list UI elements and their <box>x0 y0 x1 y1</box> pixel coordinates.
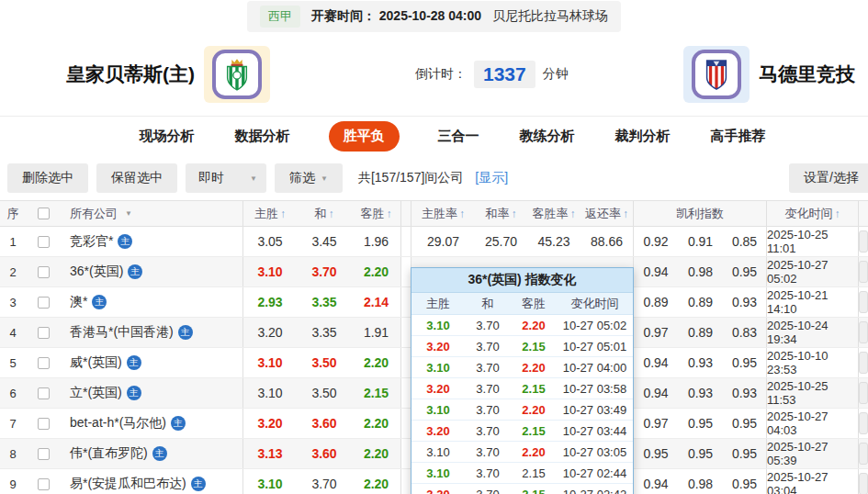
row-checkbox[interactable] <box>38 418 50 430</box>
league-badge: 西甲 <box>260 6 300 28</box>
company-cell[interactable]: 威*(英国)主 <box>61 348 243 377</box>
row-action-button[interactable] <box>859 412 868 434</box>
row-action-button[interactable] <box>859 382 868 404</box>
tab-live-analysis[interactable]: 现场分析 <box>138 121 197 152</box>
company-cell[interactable]: 竞彩官*主 <box>61 227 243 256</box>
filter-button[interactable]: 筛选 ▼ <box>275 163 343 193</box>
company-cell[interactable]: 易*(安提瓜和巴布达)主 <box>61 469 243 494</box>
header-draw-rate[interactable]: 和率↑ <box>475 201 527 226</box>
delete-selected-button[interactable]: 删除选中 <box>7 163 88 193</box>
tab-win-draw-lose[interactable]: 胜平负 <box>329 121 400 152</box>
tab-bar: 现场分析 数据分析 胜平负 三合一 教练分析 裁判分析 高手推荐 <box>0 116 868 156</box>
select-all-checkbox[interactable] <box>38 208 50 219</box>
popup-odds-away: 2.15 <box>511 424 557 438</box>
row-checkbox[interactable] <box>38 266 50 278</box>
rate-away: 45.23 <box>527 227 581 256</box>
popup-row: 3.10 3.70 2.20 10-27 05:02 <box>411 315 633 336</box>
row-action <box>859 227 868 256</box>
row-action-button[interactable] <box>859 291 868 313</box>
match-header: 皇家贝蒂斯(主) 倒计时： <box>0 33 868 116</box>
header-return-rate[interactable]: 返还率↑ <box>581 201 634 226</box>
row-action-button[interactable] <box>859 321 868 343</box>
tab-three-in-one[interactable]: 三合一 <box>436 121 481 152</box>
header-kelly: 凯利指数 <box>634 201 767 226</box>
match-info-box: 西甲 开赛时间： 2025-10-28 04:00 贝尼托比拉马林球场 <box>247 1 621 32</box>
odds-home: 2.93 <box>243 287 297 317</box>
odds-away: 2.20 <box>352 469 401 494</box>
row-action-button[interactable] <box>859 473 868 494</box>
change-time: 2025-10-25 11:01 <box>767 227 859 256</box>
kelly-home: 0.94 <box>634 378 678 408</box>
main-badge-icon: 主 <box>171 416 186 431</box>
keep-selected-button[interactable]: 保留选中 <box>96 163 177 193</box>
company-cell[interactable]: bet-at-h*(马尔他)主 <box>61 409 243 438</box>
tab-referee-analysis[interactable]: 裁判分析 <box>614 121 672 152</box>
odds-away: 2.20 <box>352 348 401 377</box>
company-cell[interactable]: 36*(英国)主 <box>61 257 243 286</box>
instant-odds-select[interactable]: 即时 ▼ <box>186 163 266 193</box>
row-seq: 6 <box>0 378 26 408</box>
kelly-draw: 0.93 <box>678 348 723 377</box>
popup-odds-home: 3.10 <box>411 361 465 375</box>
row-action <box>859 287 868 317</box>
show-link[interactable]: [显示] <box>475 170 508 186</box>
row-checkbox[interactable] <box>38 387 50 399</box>
header-change-time[interactable]: 变化时间↑ <box>767 201 859 226</box>
kickoff-time: 开赛时间： 2025-10-28 04:00 <box>311 8 481 25</box>
gap <box>401 287 411 317</box>
main-badge-icon: 主 <box>127 386 141 400</box>
odds-draw: 3.70 <box>297 469 352 494</box>
row-action-button[interactable] <box>859 443 868 465</box>
popup-odds-draw: 3.70 <box>465 424 511 438</box>
company-cell[interactable]: 澳*主 <box>61 287 243 317</box>
odds-change-popup: 36*(英国) 指数变化 主胜 和 客胜 变化时间 3.10 3.70 2.20… <box>411 267 634 494</box>
row-action <box>859 378 868 408</box>
countdown: 倒计时： 1337 分钟 <box>415 61 569 88</box>
popup-odds-away: 2.20 <box>511 319 557 332</box>
popup-change-time: 10-27 03:05 <box>557 445 633 459</box>
popup-change-time: 10-27 05:01 <box>557 340 633 354</box>
header-home-rate[interactable]: 主胜率↑ <box>411 201 475 226</box>
row-checkbox[interactable] <box>38 297 50 309</box>
row-seq: 8 <box>0 439 26 468</box>
odds-home: 3.20 <box>243 409 297 438</box>
company-cell[interactable]: 香港马*(中国香港)主 <box>61 318 243 347</box>
popup-odds-away: 2.15 <box>511 382 557 396</box>
kelly-away: 0.93 <box>723 287 767 317</box>
header-away-odds[interactable]: 客胜↑ <box>352 201 401 226</box>
header-seq: 序 <box>0 201 26 226</box>
row-action-button[interactable] <box>859 230 868 253</box>
popup-odds-draw: 3.70 <box>465 382 511 396</box>
company-cell[interactable]: 伟*(直布罗陀)主 <box>61 439 243 468</box>
away-team-name: 马德里竞技 <box>759 62 855 87</box>
table-row[interactable]: 1 竞彩官*主 3.05 3.45 1.96 29.07 25.70 45.23… <box>0 227 868 257</box>
odds-draw: 3.35 <box>297 287 352 317</box>
row-action-button[interactable] <box>859 261 868 283</box>
kelly-home: 0.94 <box>634 348 678 377</box>
popup-odds-away: 2.20 <box>511 403 557 417</box>
row-action-button[interactable] <box>859 352 868 374</box>
kelly-draw: 0.89 <box>678 318 723 347</box>
header-company[interactable]: 所有公司 ▼ <box>61 201 243 226</box>
tab-coach-analysis[interactable]: 教练分析 <box>518 121 577 152</box>
company-cell[interactable]: 立*(英国)主 <box>61 378 243 408</box>
popup-odds-home: 3.20 <box>411 488 465 494</box>
header-sliver <box>859 201 868 226</box>
popup-odds-away: 2.15 <box>511 340 557 354</box>
away-team-logo <box>683 46 750 103</box>
row-checkbox[interactable] <box>38 236 50 248</box>
popup-odds-away: 2.20 <box>511 361 557 375</box>
header-draw-odds[interactable]: 和↑ <box>297 201 352 226</box>
settings-button[interactable]: 设置/选择 <box>789 163 868 193</box>
tab-expert-picks[interactable]: 高手推荐 <box>709 121 768 152</box>
tab-data-analysis[interactable]: 数据分析 <box>233 121 292 152</box>
row-checkbox[interactable] <box>38 448 50 460</box>
row-checkbox[interactable] <box>38 327 50 339</box>
caret-down-icon: ▼ <box>125 209 132 218</box>
popup-odds-draw: 3.70 <box>465 319 511 332</box>
header-home-odds[interactable]: 主胜↑ <box>243 201 297 226</box>
home-team-logo <box>204 46 270 103</box>
header-away-rate[interactable]: 客胜率↑ <box>527 201 581 226</box>
row-checkbox[interactable] <box>38 357 50 369</box>
row-checkbox[interactable] <box>38 478 50 490</box>
